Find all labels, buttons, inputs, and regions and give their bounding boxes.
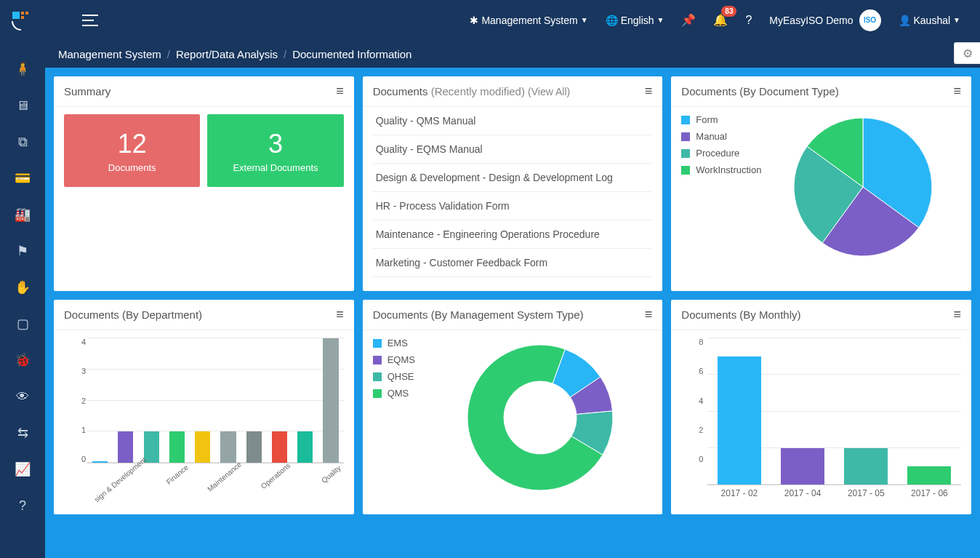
language-dropdown[interactable]: 🌐 English▼ — [606, 15, 664, 26]
app-logo — [11, 10, 31, 31]
company-avatar: ISO — [859, 9, 881, 31]
gear-icon: ✱ — [470, 15, 478, 26]
topbar: ✱ Management System▼ 🌐 English▼ 📌 🔔 83 ?… — [0, 0, 980, 40]
svg-rect-4 — [82, 15, 98, 16]
svg-rect-1 — [21, 12, 24, 15]
sidebar-toggle-icon[interactable] — [82, 15, 98, 26]
help-icon[interactable]: ? — [745, 14, 752, 27]
globe-icon: 🌐 — [606, 15, 618, 26]
bell-icon[interactable]: 🔔 83 — [713, 13, 728, 27]
svg-rect-6 — [82, 25, 98, 26]
company-label[interactable]: MyEasyISO Demo ISO — [769, 9, 880, 31]
svg-rect-2 — [25, 12, 28, 15]
user-dropdown[interactable]: 👤 Kaushal▼ — [899, 15, 961, 26]
notification-badge: 83 — [721, 6, 736, 17]
svg-rect-5 — [82, 20, 94, 21]
svg-rect-0 — [12, 12, 20, 19]
user-icon: 👤 — [899, 15, 911, 26]
management-system-dropdown[interactable]: ✱ Management System▼ — [470, 15, 587, 26]
pin-icon[interactable]: 📌 — [681, 13, 696, 27]
svg-rect-3 — [21, 16, 24, 19]
